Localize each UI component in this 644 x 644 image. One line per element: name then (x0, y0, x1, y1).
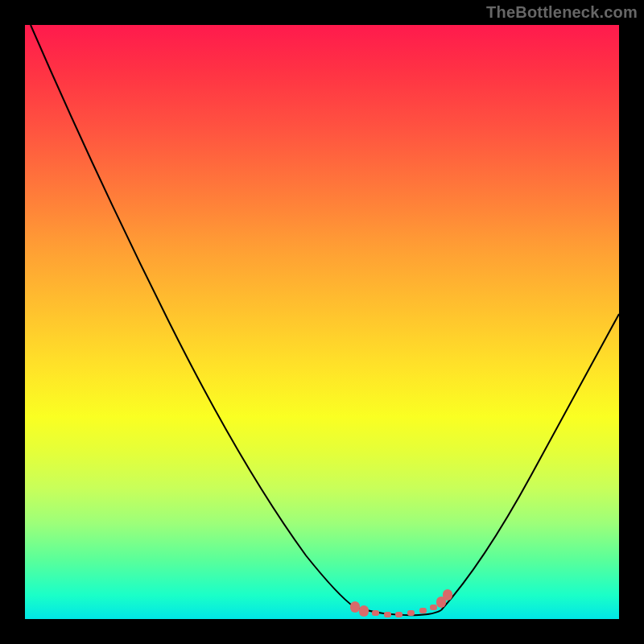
curve-left-branch (31, 25, 354, 607)
marker-dot (384, 612, 391, 617)
chart-frame: TheBottleneck.com (0, 0, 644, 644)
curve-layer (0, 0, 644, 644)
marker-dot (359, 605, 369, 617)
curve-right-branch (441, 314, 619, 610)
marker-dot (419, 608, 427, 613)
marker-dot (350, 601, 360, 613)
marker-dot (395, 612, 402, 617)
marker-dot (407, 610, 415, 616)
marker-dot (372, 610, 379, 616)
